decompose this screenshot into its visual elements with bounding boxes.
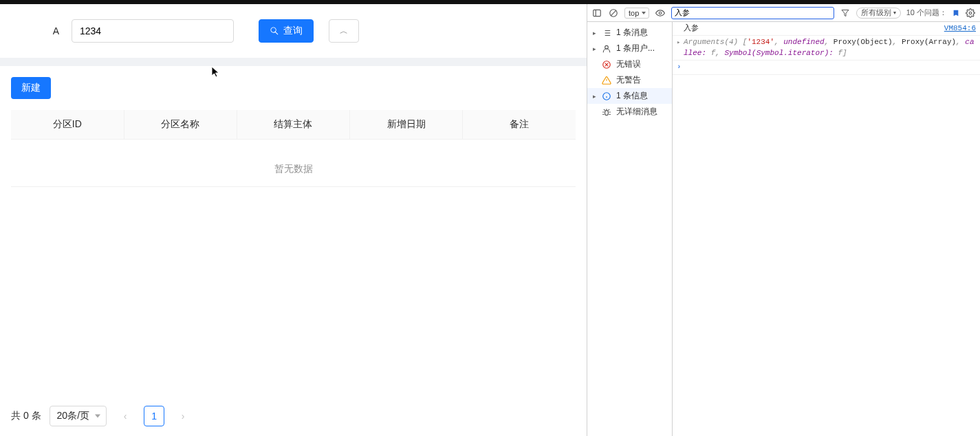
table-area: 分区ID 分区名称 结算主体 新增日期 备注 暂无数据 <box>0 110 587 396</box>
console-sidebar: ▸ 1 条消息 ▸ 1 条用户... <box>587 22 673 436</box>
prev-page-button[interactable]: ‹ <box>115 406 135 426</box>
issues-indicator[interactable] <box>952 10 959 17</box>
context-select[interactable]: top <box>624 8 649 19</box>
page-size-select[interactable]: 20条/页 <box>50 406 107 426</box>
sidebar-item-errors[interactable]: 无错误 <box>587 56 672 72</box>
col-settlement[interactable]: 结算主体 <box>237 110 349 140</box>
query-button-label: 查询 <box>283 25 303 37</box>
chevron-right-icon: › <box>182 411 185 422</box>
error-icon <box>601 59 612 70</box>
collapse-button[interactable]: ︿ <box>329 19 359 43</box>
svg-point-4 <box>660 12 662 14</box>
log-level-select[interactable]: 所有级别 ▾ <box>856 8 901 19</box>
svg-rect-0 <box>594 10 601 16</box>
expand-arrow-icon: ▸ <box>677 37 684 47</box>
context-select-label: top <box>629 9 639 17</box>
empty-state: 暂无数据 <box>11 140 576 187</box>
query-button[interactable]: 查询 <box>259 19 314 43</box>
expand-arrow-icon: ▸ <box>591 93 597 100</box>
svg-rect-22 <box>605 110 609 115</box>
chevron-down-icon: ▾ <box>893 10 896 16</box>
svg-line-3 <box>611 10 616 15</box>
expand-arrow-icon: ▸ <box>591 45 597 52</box>
sidebar-item-label: 无详细消息 <box>616 106 657 118</box>
devtools-panel: top 所有级别 ▾ 10 个问题： <box>587 4 980 436</box>
clear-console-icon[interactable] <box>608 8 619 19</box>
new-button[interactable]: 新建 <box>11 77 51 99</box>
info-icon <box>601 91 612 102</box>
main-layout: A 查询 ︿ 新建 分区ID 分区名 <box>0 4 980 436</box>
log-level-label: 所有级别 <box>861 8 891 18</box>
next-page-button[interactable]: › <box>173 406 193 426</box>
expand-arrow-icon: ▸ <box>591 30 597 36</box>
sidebar-item-warnings[interactable]: 无警告 <box>587 72 672 88</box>
log-entry-header[interactable]: 入参 VM854:6 <box>673 22 980 36</box>
col-remark[interactable]: 备注 <box>463 110 576 140</box>
sidebar-item-user-messages[interactable]: ▸ 1 条用户... <box>587 41 672 56</box>
sidebar-item-verbose[interactable]: 无详细消息 <box>587 104 672 120</box>
col-partition-id[interactable]: 分区ID <box>11 110 124 140</box>
table-header-row: 分区ID 分区名称 结算主体 新增日期 备注 <box>11 110 576 140</box>
devtools-toolbar: top 所有级别 ▾ 10 个问题： <box>587 4 980 22</box>
sidebar-item-label: 1 条信息 <box>616 90 648 102</box>
sidebar-item-label: 1 条消息 <box>616 27 648 39</box>
app-panel: A 查询 ︿ 新建 分区ID 分区名 <box>0 4 587 436</box>
console-prompt[interactable]: › <box>673 61 980 74</box>
devtools-body: ▸ 1 条消息 ▸ 1 条用户... <box>587 22 980 436</box>
col-partition-name[interactable]: 分区名称 <box>124 110 237 140</box>
settings-icon[interactable] <box>965 8 976 19</box>
bug-icon <box>601 107 612 118</box>
toolbar: 新建 <box>0 66 587 110</box>
search-label: A <box>11 25 59 36</box>
chevron-up-icon: ︿ <box>340 25 348 37</box>
expand-arrow-icon <box>677 23 684 25</box>
console-filter-input[interactable] <box>671 7 834 19</box>
log-entry-args[interactable]: ▸ Arguments(4) ['1234', undefined, Proxy… <box>673 36 980 61</box>
sidebar-item-messages[interactable]: ▸ 1 条消息 <box>587 25 672 41</box>
page-1-button[interactable]: 1 <box>144 406 164 426</box>
search-form: A 查询 ︿ <box>0 4 587 58</box>
sidebar-toggle-icon[interactable] <box>591 8 602 19</box>
page-size-label: 20条/页 <box>57 410 89 422</box>
col-created-date[interactable]: 新增日期 <box>350 110 463 140</box>
svg-point-13 <box>605 45 609 49</box>
source-link[interactable]: VM854:6 <box>937 23 976 34</box>
log-title: 入参 <box>684 23 937 34</box>
prompt-caret-icon: › <box>677 62 682 72</box>
table-spacer <box>11 187 576 396</box>
sidebar-item-label: 无警告 <box>616 74 641 86</box>
search-input[interactable] <box>72 19 234 43</box>
total-count: 共 0 条 <box>11 410 41 422</box>
filter-icon[interactable] <box>840 8 851 19</box>
svg-point-6 <box>969 12 972 14</box>
console-output: 入参 VM854:6 ▸ Arguments(4) ['1234', undef… <box>673 22 980 436</box>
list-icon <box>601 28 612 39</box>
pagination: 共 0 条 20条/页 ‹ 1 › <box>0 396 587 436</box>
content-area: 新建 分区ID 分区名称 结算主体 新增日期 备注 暂无数据 <box>0 66 587 436</box>
warning-icon <box>601 75 612 86</box>
issues-summary: 10 个问题： <box>906 8 947 18</box>
data-table: 分区ID 分区名称 结算主体 新增日期 备注 <box>11 110 576 140</box>
svg-marker-5 <box>842 10 849 16</box>
log-arguments: Arguments(4) ['1234', undefined, Proxy(O… <box>684 37 976 58</box>
sidebar-item-label: 无错误 <box>616 58 641 70</box>
user-icon <box>601 43 612 54</box>
eye-icon[interactable] <box>655 8 666 19</box>
sidebar-item-label: 1 条用户... <box>616 43 655 54</box>
chevron-left-icon: ‹ <box>124 411 127 422</box>
sidebar-item-info[interactable]: ▸ 1 条信息 <box>587 88 672 104</box>
search-icon <box>270 26 279 36</box>
